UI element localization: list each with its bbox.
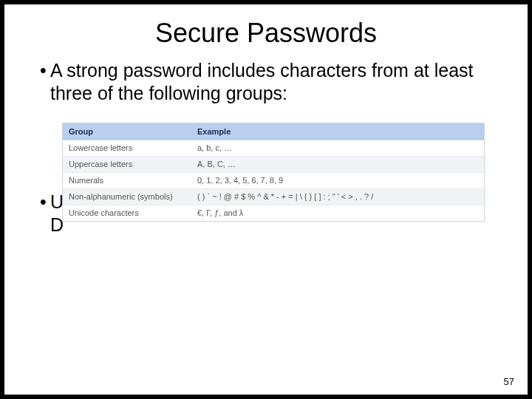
table: Group Example Lowercase letters a, b, c,… <box>63 123 484 221</box>
page-number: 57 <box>504 376 514 387</box>
cell-example: ( ) ` ~ ! @ # $ % ^ & * - + = | \ { } [ … <box>191 188 484 205</box>
table-row: Numerals 0, 1, 2, 3, 4, 5, 6, 7, 8, 9 <box>63 172 484 188</box>
bullet-item-1: • A strong password includes characters … <box>40 59 498 106</box>
cell-group: Unicode characters <box>63 205 191 221</box>
cell-example: a, b, c, … <box>191 140 484 156</box>
cell-group: Numerals <box>63 172 191 188</box>
bullet-dot: • <box>40 191 50 214</box>
cell-example: 0, 1, 2, 3, 4, 5, 6, 7, 8, 9 <box>191 172 484 188</box>
cell-group: Lowercase letters <box>63 140 191 156</box>
bullet-dot: • <box>40 59 50 106</box>
bullet-text-1: A strong password includes characters fr… <box>50 59 498 106</box>
slide: Secure Passwords • A strong password inc… <box>4 4 528 395</box>
table-row: Lowercase letters a, b, c, … <box>63 140 484 156</box>
slide-title: Secure Passwords <box>4 18 528 49</box>
table-header-row: Group Example <box>63 123 484 140</box>
cell-group: Uppercase letters <box>63 156 191 172</box>
table-row: Unicode characters €, Γ, ƒ, and λ <box>63 205 484 221</box>
bullet-list: • A strong password includes characters … <box>40 59 498 106</box>
table-row: Uppercase letters A, B, C, … <box>63 156 484 172</box>
col-header-example: Example <box>191 123 484 140</box>
cell-example: €, Γ, ƒ, and λ <box>191 205 484 221</box>
table-row: Non-alphanumeric (symbols) ( ) ` ~ ! @ #… <box>63 188 484 205</box>
cell-group: Non-alphanumeric (symbols) <box>63 188 191 205</box>
cell-example: A, B, C, … <box>191 156 484 172</box>
col-header-group: Group <box>63 123 191 140</box>
password-groups-table: Group Example Lowercase letters a, b, c,… <box>62 123 485 222</box>
